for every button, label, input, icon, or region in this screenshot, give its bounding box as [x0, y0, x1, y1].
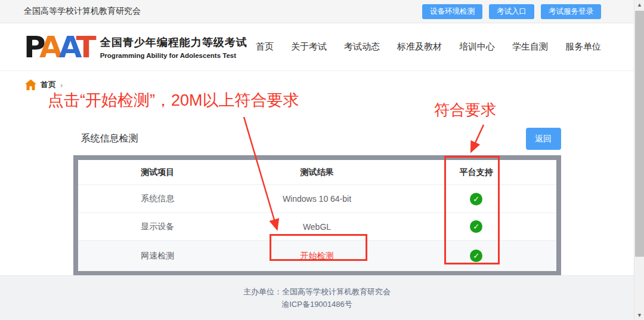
col-header-platform-support: 平台支持: [397, 167, 556, 178]
page-title: 系统信息检测: [73, 133, 138, 150]
cell-support: ✓: [397, 250, 556, 262]
check-icon: ✓: [470, 250, 482, 262]
cell-item: 系统信息: [78, 193, 237, 204]
scrollbar-thumb[interactable]: [635, 11, 644, 257]
nav-about-exam[interactable]: 关于考试: [291, 41, 327, 53]
breadcrumb-separator-icon: ›: [60, 81, 63, 90]
col-header-test-result: 测试结果: [237, 167, 397, 178]
exam-service-login-button[interactable]: 考试服务登录: [541, 4, 601, 19]
breadcrumb-home[interactable]: 首页: [41, 79, 56, 90]
table-header-row: 测试项目 测试结果 平台支持: [78, 160, 556, 185]
system-check-table: 测试项目 测试结果 平台支持 系统信息 Windows 10 64-bit ✓ …: [73, 155, 561, 276]
cell-result: Windows 10 64-bit: [237, 194, 397, 204]
table-row-display-device: 显示设备 WebGL ✓: [78, 213, 556, 241]
cell-support: ✓: [397, 193, 556, 205]
nav-home[interactable]: 首页: [256, 41, 274, 53]
device-env-check-button[interactable]: 设备环境检测: [422, 4, 482, 19]
brand-text: 全国青少年编程能力等级考试 Programming Ability for Ad…: [100, 35, 247, 59]
vertical-scrollbar[interactable]: ▲ ▼: [634, 0, 644, 320]
cell-item: 显示设备: [78, 221, 237, 232]
organization-name: 全国高等学校计算机教育研究会: [24, 6, 141, 17]
exam-entry-button[interactable]: 考试入口: [489, 4, 534, 19]
start-check-button[interactable]: 开始检测: [237, 251, 397, 261]
back-button[interactable]: 返回: [526, 128, 561, 150]
cell-result: WebGL: [237, 222, 397, 232]
breadcrumb: 首页 ›: [0, 71, 634, 90]
footer: 主办单位：全国高等学校计算机教育研究会 渝ICP备19001486号: [0, 275, 634, 320]
section-heading-row: 系统信息检测 返回: [73, 127, 561, 150]
check-icon: ✓: [470, 193, 482, 205]
site-title-en: Programming Ability for Adolescents Test: [100, 52, 247, 59]
nav-student-selftest[interactable]: 学生自测: [512, 41, 548, 53]
check-icon: ✓: [470, 220, 482, 233]
cell-support: ✓: [397, 220, 556, 233]
col-header-test-item: 测试项目: [78, 167, 237, 178]
scroll-down-icon[interactable]: ▼: [634, 310, 644, 320]
footer-host-line: 主办单位：全国高等学校计算机教育研究会: [0, 285, 634, 298]
top-utility-bar: 全国高等学校计算机教育研究会 设备环境检测 考试入口 考试服务登录: [0, 0, 634, 23]
nav-exam-news[interactable]: 考试动态: [344, 41, 380, 53]
site-title-cn: 全国青少年编程能力等级考试: [100, 35, 247, 50]
nav-training-center[interactable]: 培训中心: [459, 41, 495, 53]
main-nav: 首页 关于考试 考试动态 标准及教材 培训中心 学生自测 服务单位: [256, 41, 601, 53]
table-row-network-speed: 网速检测 开始检测 ✓: [78, 241, 556, 271]
page: 全国高等学校计算机教育研究会 设备环境检测 考试入口 考试服务登录 PAAT 全…: [0, 0, 634, 320]
logo[interactable]: PAAT 全国青少年编程能力等级考试 Programming Ability f…: [24, 32, 247, 62]
cell-item: 网速检测: [78, 251, 237, 261]
nav-service-units[interactable]: 服务单位: [565, 41, 601, 53]
scroll-up-icon[interactable]: ▲: [634, 0, 644, 10]
site-header: PAAT 全国青少年编程能力等级考试 Programming Ability f…: [0, 23, 634, 71]
home-icon[interactable]: [25, 79, 36, 90]
topbar-buttons: 设备环境检测 考试入口 考试服务登录: [422, 4, 601, 19]
footer-icp-line: 渝ICP备19001486号: [0, 298, 634, 310]
paat-logo-mark: PAAT: [24, 32, 93, 62]
nav-standards-materials[interactable]: 标准及教材: [397, 41, 442, 53]
table-row-system-info: 系统信息 Windows 10 64-bit ✓: [78, 185, 556, 213]
